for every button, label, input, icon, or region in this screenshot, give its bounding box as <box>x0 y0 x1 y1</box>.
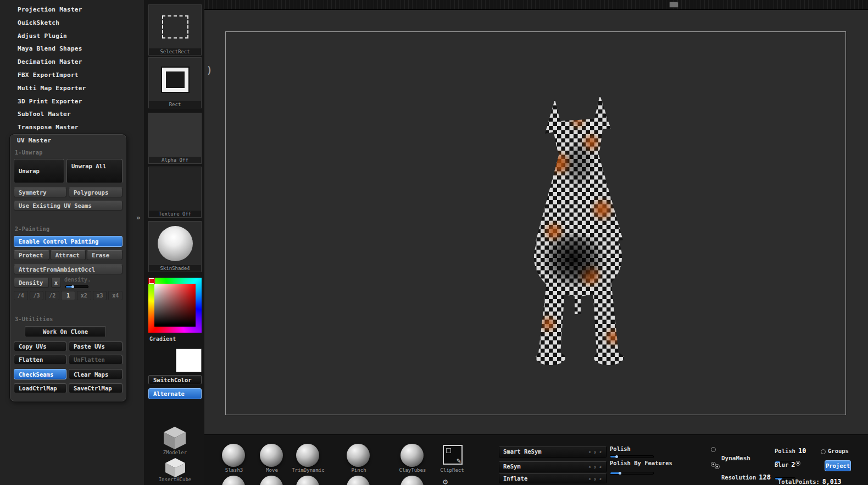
brush-pinch-label[interactable]: Pinch <box>333 467 384 473</box>
menu-item-decimation-master[interactable]: Decimation Master <box>0 56 144 69</box>
attract-from-ambient-occl-button[interactable]: AttractFromAmbientOccl <box>14 264 123 274</box>
polish-slider-label[interactable]: Polish <box>610 445 631 452</box>
brush-slash3[interactable] <box>222 444 245 467</box>
save-ctrl-map-button[interactable]: SaveCtrlMap <box>69 383 123 393</box>
brush-row2-5[interactable] <box>400 476 424 485</box>
divider-expand-icon[interactable]: » <box>136 213 141 222</box>
polish-slider[interactable] <box>610 455 654 458</box>
polish-by-features-knob[interactable] <box>619 472 621 475</box>
brush-cliprect[interactable]: ✎ <box>443 445 463 465</box>
selectrect-tool[interactable]: SelectRect <box>148 4 202 56</box>
polish-by-features-slider[interactable] <box>610 472 654 475</box>
menu-item-adjust-plugin[interactable]: Adjust Plugin <box>0 30 144 43</box>
resym-slider[interactable]: ReSym x y z <box>499 461 607 472</box>
zmodeler-cube-icon <box>162 425 187 450</box>
polish-by-features-label[interactable]: Polish By Features <box>610 460 672 466</box>
symmetry-button[interactable]: Symmetry <box>14 188 66 197</box>
uv-master-title[interactable]: UV Master <box>17 137 51 144</box>
brush-row2-4[interactable] <box>347 476 370 485</box>
check-seams-button[interactable]: CheckSeams <box>14 369 66 379</box>
clear-maps-button[interactable]: Clear Maps <box>69 369 123 379</box>
menu-item-transpose-master[interactable]: Transpose Master <box>0 121 144 134</box>
smart-resym-slider[interactable]: Smart ReSym x y z <box>499 447 607 458</box>
brush-row2-2[interactable] <box>260 476 283 485</box>
brush-row2-3[interactable] <box>296 476 319 485</box>
work-on-clone-button[interactable]: Work On Clone <box>25 326 106 337</box>
copy-uvs-button[interactable]: Copy UVs <box>14 341 66 351</box>
unflatten-button[interactable]: UnFlatten <box>69 355 123 365</box>
menu-item-projection-master[interactable]: Projection Master <box>0 3 144 16</box>
project-button[interactable]: Project <box>825 460 851 471</box>
material-slot[interactable]: SkinShade4 <box>148 221 202 272</box>
polish-mode-radio[interactable] <box>711 447 716 452</box>
dynamesh-button[interactable]: DynaMesh <box>721 455 750 462</box>
menu-item-quicksketch[interactable]: QuickSketch <box>0 16 144 30</box>
alpha-slot[interactable]: Alpha Off <box>148 113 202 164</box>
menu-item-maya-blend-shapes[interactable]: Maya Blend Shapes <box>0 42 144 56</box>
density-step-x4[interactable]: x4 <box>108 291 123 300</box>
ruler-handle[interactable] <box>669 2 678 8</box>
secondary-color-swatch[interactable] <box>176 349 202 372</box>
brush-move[interactable] <box>260 444 283 467</box>
brush-trimdynamic[interactable] <box>296 444 319 467</box>
menu-item-multi-map-exporter[interactable]: Multi Map Exporter <box>0 82 144 95</box>
density-step-x3[interactable]: x3 <box>93 291 107 300</box>
polygroups-button[interactable]: Polygroups <box>69 188 123 197</box>
density-slider-knob[interactable] <box>71 285 74 288</box>
dynamesh-radio[interactable] <box>715 464 720 469</box>
unwrap-button[interactable]: Unwrap <box>14 159 64 183</box>
color-picker[interactable] <box>148 278 202 333</box>
density-button[interactable]: Density <box>14 278 49 288</box>
density-slider[interactable] <box>65 285 88 288</box>
selected-color-swatch <box>149 278 154 284</box>
zmodeler-brush[interactable] <box>162 425 187 453</box>
brush-trimdynamic-label[interactable]: TrimDynamic <box>283 467 333 473</box>
inflate-slider[interactable]: Inflate x y z <box>499 473 607 483</box>
groups-button[interactable]: Groups <box>828 448 849 454</box>
document-frame[interactable] <box>225 31 846 415</box>
load-ctrl-map-button[interactable]: LoadCtrlMap <box>14 383 66 393</box>
paste-uvs-button[interactable]: Paste UVs <box>69 341 123 351</box>
blur-radio[interactable] <box>795 461 800 466</box>
flatten-button[interactable]: Flatten <box>14 355 66 365</box>
resym-axis-toggles[interactable]: x y z <box>588 462 602 472</box>
protect-button[interactable]: Protect <box>14 250 49 260</box>
dynamesh-polish-slider[interactable]: Polish10 <box>775 445 806 455</box>
density-step-x2[interactable]: x2 <box>77 291 91 300</box>
brush-cliprect-label[interactable]: ClipRect <box>427 467 477 473</box>
groups-radio[interactable] <box>821 449 826 454</box>
smart-resym-axis-toggles[interactable]: x y z <box>588 447 602 457</box>
erase-button[interactable]: Erase <box>87 250 123 260</box>
brush-row2-1[interactable] <box>222 476 245 485</box>
unwrap-all-button[interactable]: Unwrap All <box>66 159 123 183</box>
alternate-button[interactable]: Alternate <box>148 388 202 399</box>
gear-icon[interactable]: ⚙ <box>443 477 448 485</box>
polish-slider-knob[interactable] <box>615 455 618 458</box>
color-picker-sv-area[interactable] <box>154 284 196 327</box>
menu-item-subtool-master[interactable]: SubTool Master <box>0 108 144 121</box>
attract-button[interactable]: Attract <box>51 250 86 260</box>
density-step-div3[interactable]: /3 <box>30 291 44 300</box>
density-step-div4[interactable]: /4 <box>14 291 28 300</box>
texture-slot[interactable]: Texture Off <box>148 167 202 218</box>
blur-slider[interactable]: Blur2 <box>775 459 795 469</box>
brush-pinch[interactable] <box>347 444 370 467</box>
inflate-axis-toggles[interactable]: x y z <box>588 474 602 483</box>
resolution-slider[interactable]: Resolution128 <box>721 471 771 482</box>
use-existing-uv-seams-button[interactable]: Use Existing UV Seams <box>14 201 123 211</box>
menu-item-fbx-exportimport[interactable]: FBX ExportImport <box>0 69 144 82</box>
density-multiplier-button[interactable]: x <box>51 278 61 288</box>
canvas[interactable]: ) <box>204 10 868 434</box>
enable-control-painting-button[interactable]: Enable Control Painting <box>14 236 123 247</box>
density-step-div2[interactable]: /2 <box>45 291 59 300</box>
gradient-label[interactable]: Gradient <box>149 336 176 342</box>
density-steps-row: /4 /3 /2 1 x2 x3 x4 <box>14 291 123 300</box>
dog-model[interactable] <box>508 93 650 373</box>
switch-color-button[interactable]: SwitchColor <box>148 375 202 384</box>
rect-stroke-tool[interactable]: Rect <box>148 57 202 108</box>
menu-item-3d-print-exporter[interactable]: 3D Print Exporter <box>0 95 144 108</box>
brush-claytubes[interactable] <box>400 444 424 467</box>
density-step-1[interactable]: 1 <box>61 291 75 300</box>
blur-value: 2 <box>791 461 795 469</box>
panel-collapse-icon[interactable]: ) <box>207 65 212 76</box>
